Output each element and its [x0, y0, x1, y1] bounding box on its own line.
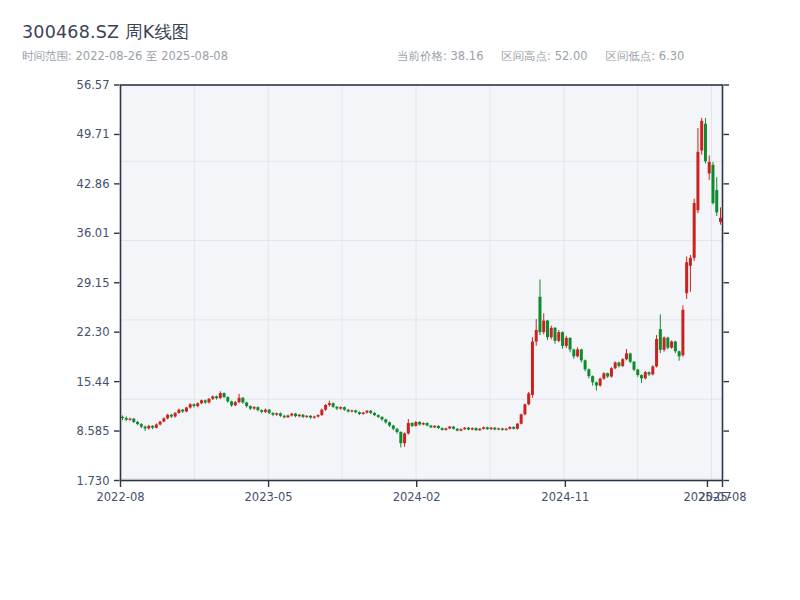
candle-body: [655, 339, 658, 366]
candle-body: [271, 413, 274, 415]
candle-body: [516, 424, 519, 429]
candle-body: [283, 416, 286, 417]
candle-body: [189, 404, 192, 407]
candle-body: [501, 428, 504, 429]
candle-body: [305, 416, 308, 417]
candle-body: [584, 360, 587, 369]
candle-body: [362, 413, 365, 414]
candle-body: [617, 362, 620, 366]
candle-body: [557, 332, 560, 341]
candle-body: [388, 422, 391, 425]
candle-body: [689, 258, 692, 266]
candle-body: [719, 218, 722, 222]
candle-body: [546, 321, 549, 338]
candle-body: [159, 422, 162, 425]
candle-body: [576, 349, 579, 356]
candle-body: [298, 415, 301, 416]
candle-body: [339, 407, 342, 408]
candle-body: [177, 410, 180, 413]
candle-body: [535, 330, 538, 342]
candle-body: [569, 338, 572, 350]
candle-body: [531, 342, 534, 395]
candle-body: [354, 410, 357, 412]
y-tick-label: 15.44: [77, 375, 110, 389]
candle-body: [520, 414, 523, 423]
candle-body: [693, 203, 696, 258]
candle-body: [136, 422, 139, 424]
candle-body: [211, 396, 214, 399]
candle-body: [696, 152, 699, 210]
candle-body: [429, 426, 432, 428]
candle-body: [396, 429, 399, 432]
candle-body: [403, 433, 406, 443]
x-tick-label: 2023-05: [245, 490, 293, 504]
candle-body: [538, 297, 541, 332]
candle-body: [317, 415, 320, 416]
candle-body: [407, 423, 410, 433]
candle-body: [561, 332, 564, 346]
candle-body: [234, 402, 237, 405]
candle-body: [644, 372, 647, 378]
candle-body: [527, 393, 530, 404]
plot-area: [121, 85, 723, 481]
candle-body: [482, 427, 485, 428]
candle-body: [674, 342, 677, 352]
candle-body: [456, 429, 459, 431]
candle-body: [347, 410, 350, 412]
candle-body: [185, 408, 188, 412]
x-tick-label: 2022-08: [96, 490, 144, 504]
candle-body: [320, 410, 323, 415]
candle-body: [433, 426, 436, 427]
candle-body: [670, 342, 673, 348]
candle-body: [260, 410, 263, 412]
candle-body: [365, 411, 368, 413]
candle-body: [309, 416, 312, 418]
candle-body: [663, 338, 666, 350]
candle-body: [219, 393, 222, 398]
candle-body: [418, 422, 421, 425]
candle-body: [358, 412, 361, 414]
y-tick-label: 8.585: [77, 424, 110, 438]
y-tick-label: 56.57: [77, 78, 110, 92]
candle-body: [328, 403, 331, 405]
candle-body: [587, 369, 590, 376]
candle-body: [140, 424, 143, 427]
candle-body: [422, 423, 425, 424]
candle-body: [275, 413, 278, 414]
candle-body: [253, 407, 256, 408]
x-tick-label: 2024-11: [541, 490, 589, 504]
candle-body: [215, 396, 218, 398]
candle-body: [614, 362, 617, 368]
candle-body: [678, 351, 681, 356]
candle-body: [256, 407, 259, 410]
candle-body: [204, 400, 207, 402]
candle-body: [302, 415, 305, 417]
candle-body: [497, 428, 500, 429]
candle-body: [708, 162, 711, 174]
candle-body: [192, 404, 195, 406]
candle-body: [144, 427, 147, 429]
candle-body: [711, 165, 714, 203]
candle-body: [580, 349, 583, 360]
candle-body: [632, 362, 635, 370]
candle-body: [223, 393, 226, 397]
candle-body: [264, 410, 267, 412]
candle-body: [411, 423, 414, 426]
candle-body: [313, 417, 316, 418]
candlestick-chart: 56.5749.7142.8636.0129.1522.3015.448.585…: [0, 0, 800, 600]
candle-body: [350, 410, 353, 411]
candle-body: [332, 403, 335, 407]
candle-body: [441, 428, 444, 430]
candle-body: [659, 329, 662, 350]
candle-body: [196, 403, 199, 406]
y-tick-label: 36.01: [77, 226, 110, 240]
candle-body: [554, 328, 557, 341]
candle-body: [610, 368, 613, 376]
candle-body: [369, 411, 372, 413]
candle-body: [174, 413, 177, 417]
candle-body: [471, 428, 474, 429]
y-tick-label: 22.30: [77, 325, 110, 339]
candle-body: [595, 382, 598, 385]
candle-body: [147, 426, 150, 429]
candle-body: [572, 349, 575, 356]
